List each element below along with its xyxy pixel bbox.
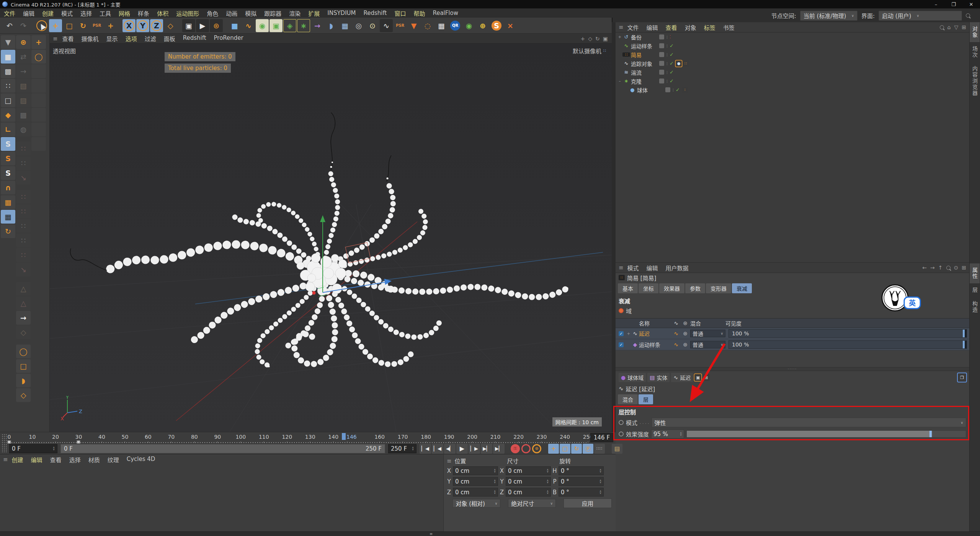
keyframe-selection-button[interactable]: ⊛ <box>532 444 541 453</box>
object-row[interactable]: ∿追踪对象⋮✓●∷ <box>616 59 969 68</box>
am-tab-2[interactable]: 效果器 <box>659 283 684 293</box>
main-menu-item-5[interactable]: 工具 <box>100 9 111 17</box>
copy-icon[interactable]: ❐ <box>958 373 966 382</box>
viewport-canvas[interactable]: 透视视图 默认摄像机∷ Number of emitters: 0 Total … <box>50 44 612 432</box>
instance-icon[interactable]: ◈ <box>283 19 296 32</box>
workplane-icon[interactable]: ▦ <box>1 195 15 209</box>
rotation-input[interactable]: 0 °∧∨ <box>559 477 604 486</box>
expand-toggle[interactable]: + <box>617 35 622 39</box>
minimize-button[interactable]: – <box>927 0 945 8</box>
am-back-icon[interactable]: ← <box>922 265 927 271</box>
side-tab-构造[interactable]: 构造 <box>970 297 980 317</box>
key-pla-toggle[interactable]: ∷∷ <box>594 444 605 454</box>
character-icon[interactable]: ◉ <box>462 19 475 32</box>
main-menu-item-17[interactable]: Redshift <box>363 10 387 16</box>
blend-dropdown[interactable]: 普通∨ <box>690 341 725 348</box>
qr-icon[interactable]: QR <box>449 19 462 32</box>
enabled-check-icon[interactable]: ✓ <box>670 60 675 66</box>
dots-unhide-icon[interactable]: ∷ <box>16 248 31 262</box>
viewport-menu-item-4[interactable]: 过滤 <box>145 34 156 42</box>
viewport-maximize-icon[interactable]: ▣ <box>603 36 608 42</box>
spline-pen-icon[interactable]: ∿ <box>242 19 255 32</box>
am-tab-4[interactable]: 变形器 <box>706 283 731 293</box>
strength-input[interactable]: 95 %∧∨ <box>651 430 684 438</box>
dots-select-icon[interactable]: ∷ <box>16 190 31 204</box>
row-expand[interactable]: + <box>626 332 631 336</box>
timeline-ruler[interactable]: 0102030405060708090100110120130140146160… <box>9 433 588 443</box>
rotate-tool-icon[interactable]: ↻ <box>77 19 90 32</box>
target-icon[interactable]: ⊕ <box>476 19 489 32</box>
phong-tag[interactable]: ∶ <box>682 87 688 93</box>
strength-slider[interactable] <box>686 430 966 438</box>
last-tool-icon[interactable]: + <box>104 19 117 32</box>
preview-range-marker[interactable] <box>8 440 11 444</box>
enabled-check-icon[interactable]: ✓ <box>670 43 675 49</box>
z-axis-lock-icon[interactable]: Z <box>150 19 163 32</box>
enabled-check-icon[interactable]: ✓ <box>670 78 675 84</box>
main-menu-item-13[interactable]: 跟踪器 <box>264 9 281 17</box>
main-menu-item-11[interactable]: 动画 <box>226 9 237 17</box>
simulation-gray-icon[interactable]: S <box>1 137 15 151</box>
om-menu-item-4[interactable]: 标签 <box>704 23 715 31</box>
dots-shrink-icon[interactable]: ∷ <box>16 219 31 233</box>
object-row[interactable]: ∿运动样条⋮✓ <box>616 41 969 50</box>
camera-icon[interactable]: ◎ <box>352 19 365 32</box>
om-menu-item-1[interactable]: 编辑 <box>647 23 658 31</box>
triangle-bake-icon[interactable]: △ <box>16 296 31 310</box>
om-menu-item-0[interactable]: 文件 <box>627 23 639 31</box>
swap-icon[interactable]: ⇄ <box>16 50 31 64</box>
axis-mode-icon[interactable]: ∟ <box>1 123 15 136</box>
visibility-dots-icon[interactable]: ⋮ <box>665 35 668 39</box>
prev-key-button[interactable]: ▏◀ <box>432 444 443 454</box>
om-home-icon[interactable]: ⌂ <box>947 24 951 30</box>
am-tab-0[interactable]: 基本 <box>618 283 638 293</box>
move-small-icon[interactable]: + <box>31 35 46 49</box>
psr-history-icon[interactable]: PSR <box>90 19 103 32</box>
undo-icon[interactable]: ↶ <box>3 19 16 32</box>
mode-anim-dot[interactable] <box>619 420 624 425</box>
layer-chip[interactable] <box>659 43 664 48</box>
hex-dots-icon[interactable]: ◇ <box>16 325 31 339</box>
om-filter-icon[interactable]: ▽ <box>954 24 958 30</box>
blend-dropdown[interactable]: 普通∨ <box>690 330 725 337</box>
viewport-rotate-icon[interactable]: ↻ <box>595 36 600 42</box>
mode-dropdown[interactable]: 弹性∨ <box>652 418 967 427</box>
sphere-ghost-icon[interactable]: ◍ <box>16 123 31 136</box>
viewport-menu-item-3[interactable]: 选项 <box>126 34 137 42</box>
display-tag[interactable]: ● <box>676 60 682 67</box>
polygons-mode-icon[interactable]: ◆ <box>1 108 15 122</box>
side-tab-场次[interactable]: 场次 <box>970 42 980 62</box>
light-icon[interactable]: ⊙ <box>366 19 379 32</box>
disabled-dots-icon[interactable]: ⁚ <box>670 34 675 39</box>
main-menu-item-7[interactable]: 样条 <box>138 9 149 17</box>
side-tab-属性[interactable]: 属性 <box>970 263 980 283</box>
next-frame-button[interactable]: ▏▶ <box>469 444 480 454</box>
cube-ghost-icon[interactable]: ▩ <box>16 108 31 122</box>
simulation-white-icon[interactable]: S <box>1 166 15 180</box>
render-view-icon[interactable]: ▣ <box>182 19 195 32</box>
record-keyframe-button[interactable]: ⚿ <box>511 444 520 453</box>
object-row[interactable]: +↺备份⋮⁚ <box>616 33 969 41</box>
material-menu-item-1[interactable]: 编辑 <box>31 456 42 464</box>
am-new-icon[interactable]: ⊞ <box>962 265 966 271</box>
redo-icon[interactable]: ↷ <box>17 19 30 32</box>
timeline-range-bar[interactable]: 0 F250 F <box>60 444 385 453</box>
next-key-button[interactable]: ▶▏ <box>481 444 492 454</box>
points-red-icon[interactable]: ∷ <box>16 142 31 155</box>
main-menu-item-6[interactable]: 网格 <box>119 9 130 17</box>
workplane-lock-icon[interactable]: ▦ <box>1 210 15 224</box>
dots-hide-icon[interactable]: ∷ <box>16 234 31 247</box>
points-mode-icon[interactable]: ∷ <box>1 79 15 93</box>
falloff-row[interactable]: ✓◆运动样条∿⊛普通∨100 % <box>616 339 969 350</box>
visibility-dots-icon[interactable]: ⋮ <box>665 44 668 48</box>
position-input[interactable]: 0 cm∧∨ <box>453 466 498 475</box>
breadcrumb-item-2[interactable]: ∿延迟 <box>671 373 693 382</box>
snap-magnet-icon[interactable]: ∩ <box>1 181 15 194</box>
row-mask-icon[interactable]: ⊛ <box>680 330 690 337</box>
mirror-hide-icon[interactable]: ↘ <box>16 263 31 276</box>
spline-boole-icon[interactable]: → <box>311 19 324 32</box>
coord-menu-icon[interactable]: ≡ <box>447 458 452 464</box>
size-input[interactable]: 0 cm∧∨ <box>506 488 551 497</box>
timeline-layout-icon[interactable]: ▤ <box>612 444 622 454</box>
side-tab-层[interactable]: 层 <box>970 283 980 297</box>
